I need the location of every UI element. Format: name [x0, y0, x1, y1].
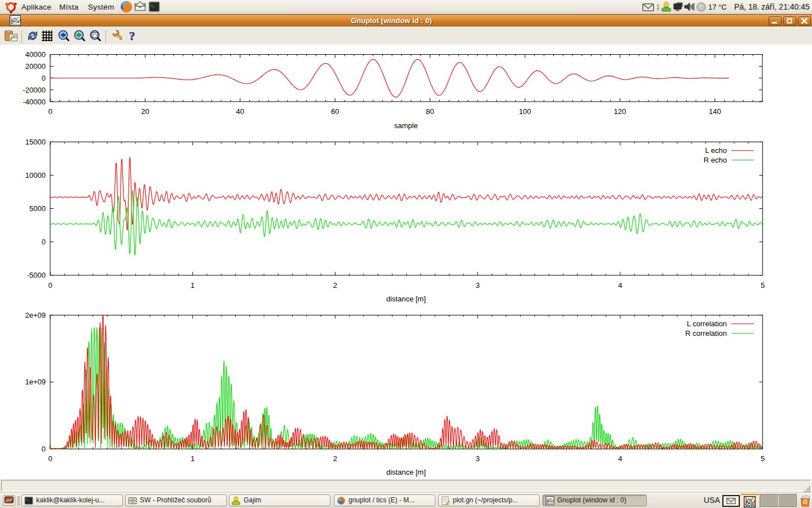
svg-text:R echo: R echo	[704, 156, 727, 164]
svg-text:>_: >_	[26, 498, 30, 502]
svg-text:2: 2	[333, 281, 337, 290]
svg-text:120: 120	[614, 107, 626, 116]
svg-text:3: 3	[475, 454, 479, 463]
svg-text:3: 3	[475, 281, 479, 290]
svg-text:40000: 40000	[25, 50, 46, 59]
svg-text:5: 5	[761, 281, 765, 290]
svg-text:140: 140	[709, 107, 721, 116]
svg-text:5000: 5000	[29, 204, 46, 213]
svg-text:0: 0	[42, 74, 46, 82]
svg-text:15000: 15000	[25, 138, 46, 146]
svg-text:80: 80	[426, 107, 434, 116]
svg-text:>_: >_	[151, 4, 155, 8]
svg-text:40: 40	[236, 107, 244, 116]
svg-text:5: 5	[761, 454, 765, 463]
svg-text:10000: 10000	[25, 171, 46, 179]
svg-text:60: 60	[331, 107, 339, 116]
svg-text:L echo: L echo	[705, 146, 727, 155]
svg-text:4: 4	[618, 454, 622, 463]
svg-text:2: 2	[333, 454, 337, 463]
svg-text:sample: sample	[394, 121, 418, 130]
svg-text:20: 20	[141, 107, 149, 116]
svg-text:0: 0	[42, 238, 46, 246]
svg-text:0: 0	[48, 454, 52, 463]
svg-text:L correlation: L correlation	[687, 319, 727, 328]
svg-text:100: 100	[519, 107, 531, 116]
svg-text:20000: 20000	[25, 62, 46, 71]
svg-text:-40000: -40000	[23, 98, 46, 106]
svg-text:1: 1	[191, 281, 195, 290]
svg-text:2e+09: 2e+09	[25, 311, 46, 319]
svg-text:distance [m]: distance [m]	[386, 295, 426, 303]
svg-text:0: 0	[48, 107, 52, 116]
svg-text:0: 0	[42, 445, 46, 453]
svg-text:-20000: -20000	[23, 86, 46, 94]
svg-text:-5000: -5000	[27, 271, 46, 279]
svg-text:1e+09: 1e+09	[25, 378, 46, 386]
svg-text:4: 4	[618, 281, 622, 290]
svg-text:distance [m]: distance [m]	[386, 468, 426, 476]
svg-text:0: 0	[48, 281, 52, 290]
svg-text:R correlation: R correlation	[685, 329, 727, 338]
svg-text:?: ?	[129, 29, 135, 42]
svg-text:1: 1	[191, 454, 195, 463]
